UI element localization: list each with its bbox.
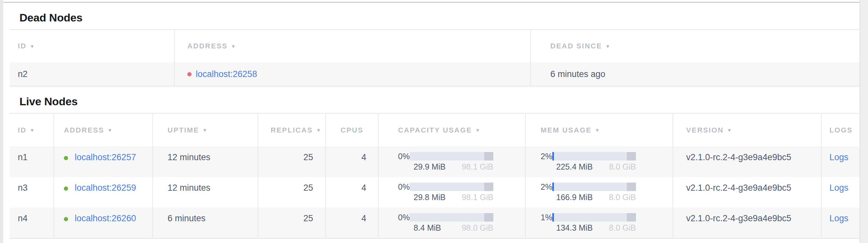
capacity-used-value: 29.9 MiB xyxy=(413,162,446,171)
col-header-logs: LOGS xyxy=(822,114,860,146)
live-status-dot-icon xyxy=(64,187,68,191)
mem-usage-cell: 1% 134.3 MiB 8.0 GiB xyxy=(526,208,673,238)
capacity-total-value: 98.1 GiB xyxy=(462,162,493,171)
capacity-total-value: 98.1 GiB xyxy=(462,193,493,201)
mem-reserved-segment xyxy=(627,213,636,221)
live-node-row: n3 localhost:26259 12 minutes 25 4 0% xyxy=(10,177,860,208)
uptime-cell: 6 minutes xyxy=(153,208,258,238)
capacity-usage-bar xyxy=(410,213,493,221)
capacity-total-value: 98.0 GiB xyxy=(462,223,493,232)
capacity-used-value: 8.4 MiB xyxy=(413,223,441,232)
node-address-cell: localhost:26259 xyxy=(54,177,153,208)
mem-used-segment xyxy=(552,152,554,161)
node-id-cell: n2 xyxy=(10,62,175,86)
col-header-id[interactable]: ID ▼ xyxy=(10,114,54,146)
mem-reserved-segment xyxy=(627,183,636,191)
sort-desc-icon: ▼ xyxy=(107,127,112,133)
node-address-link[interactable]: localhost:26258 xyxy=(196,70,257,79)
logs-link[interactable]: Logs xyxy=(830,213,848,223)
mem-usage-bar xyxy=(552,183,636,191)
capacity-usage-cell: 0% 29.8 MiB 98.1 GiB xyxy=(379,177,526,208)
mem-percent: 2% xyxy=(540,152,552,161)
col-header-address[interactable]: ADDRESS ▼ xyxy=(54,114,153,146)
col-header-mem-usage[interactable]: MEM USAGE ▼ xyxy=(526,114,673,146)
sort-desc-icon: ▼ xyxy=(475,127,480,133)
live-node-row: n1 localhost:26257 12 minutes 25 4 0% xyxy=(10,146,860,177)
mem-usage-bar xyxy=(552,213,636,221)
mem-usage-cell: 2% 225.4 MiB 8.0 GiB xyxy=(526,146,673,177)
cpus-cell: 4 xyxy=(326,177,379,208)
cpus-cell: 4 xyxy=(326,208,379,238)
sort-desc-icon: ▼ xyxy=(316,127,321,133)
cpus-cell: 4 xyxy=(326,146,379,177)
capacity-reserved-segment xyxy=(484,152,493,161)
sort-desc-icon: ▼ xyxy=(727,127,732,133)
mem-used-value: 134.3 MiB xyxy=(556,223,593,232)
capacity-reserved-segment xyxy=(484,213,493,221)
capacity-percent: 0% xyxy=(398,152,410,161)
node-id-cell: n4 xyxy=(10,208,54,238)
logs-cell: Logs xyxy=(822,177,860,208)
dead-nodes-header-row: ID ▼ ADDRESS ▼ DEAD SINCE ▼ xyxy=(10,30,860,62)
capacity-usage-bar xyxy=(410,152,493,161)
sort-desc-icon: ▼ xyxy=(606,44,610,49)
node-id-cell: n3 xyxy=(10,177,54,208)
col-header-replicas[interactable]: REPLICAS ▼ xyxy=(258,114,326,146)
mem-total-value: 8.0 GiB xyxy=(609,223,636,232)
replicas-cell: 25 xyxy=(258,177,326,208)
sort-desc-icon: ▼ xyxy=(203,127,208,133)
node-address-cell: localhost:26258 xyxy=(175,62,531,86)
logs-cell: Logs xyxy=(822,146,860,177)
dead-nodes-title: Dead Nodes xyxy=(10,3,860,30)
dead-status-dot-icon xyxy=(187,72,191,76)
mem-usage-bar xyxy=(552,152,636,161)
replicas-cell: 25 xyxy=(258,146,326,177)
node-address-cell: localhost:26257 xyxy=(54,146,153,177)
version-cell: v2.1.0-rc.2-4-g3e9a4e9bc5 xyxy=(673,208,822,238)
page-left-gutter xyxy=(0,0,3,243)
uptime-cell: 12 minutes xyxy=(153,177,258,208)
node-address-link[interactable]: localhost:26259 xyxy=(75,183,136,193)
mem-usage-cell: 2% 166.9 MiB 8.0 GiB xyxy=(526,177,673,208)
capacity-usage-cell: 0% 8.4 MiB 98.0 GiB xyxy=(379,208,526,238)
logs-link[interactable]: Logs xyxy=(830,183,848,193)
replicas-cell: 25 xyxy=(258,208,326,238)
sort-desc-icon: ▼ xyxy=(30,127,35,133)
col-header-capacity-usage[interactable]: CAPACITY USAGE ▼ xyxy=(379,114,526,146)
dead-col-header-address[interactable]: ADDRESS ▼ xyxy=(175,30,531,62)
mem-percent: 1% xyxy=(540,213,552,222)
version-cell: v2.1.0-rc.2-4-g3e9a4e9bc5 xyxy=(673,177,822,208)
dead-node-row: n2 localhost:26258 6 minutes ago xyxy=(10,62,860,86)
live-node-row: n4 localhost:26260 6 minutes 25 4 0% xyxy=(10,208,860,238)
dead-nodes-table: ID ▼ ADDRESS ▼ DEAD SINCE ▼ n2 localhost… xyxy=(10,30,860,86)
live-nodes-title: Live Nodes xyxy=(10,86,860,114)
node-address-link[interactable]: localhost:26257 xyxy=(75,152,136,162)
mem-used-segment xyxy=(552,213,554,221)
node-id-cell: n1 xyxy=(10,146,54,177)
col-header-uptime[interactable]: UPTIME ▼ xyxy=(153,114,258,146)
sort-desc-icon: ▼ xyxy=(231,44,236,49)
node-address-link[interactable]: localhost:26260 xyxy=(75,213,136,223)
capacity-usage-bar xyxy=(410,183,493,191)
mem-used-value: 166.9 MiB xyxy=(556,193,593,201)
mem-used-value: 225.4 MiB xyxy=(556,162,593,171)
sort-desc-icon: ▼ xyxy=(595,127,600,133)
mem-reserved-segment xyxy=(627,152,636,161)
capacity-percent: 0% xyxy=(398,213,410,222)
uptime-cell: 12 minutes xyxy=(153,146,258,177)
version-cell: v2.1.0-rc.2-4-g3e9a4e9bc5 xyxy=(673,146,822,177)
dead-col-header-dead-since[interactable]: DEAD SINCE ▼ xyxy=(531,30,860,62)
capacity-usage-cell: 0% 29.9 MiB 98.1 GiB xyxy=(379,146,526,177)
logs-link[interactable]: Logs xyxy=(830,152,848,162)
capacity-percent: 0% xyxy=(398,182,410,191)
capacity-used-value: 29.8 MiB xyxy=(413,193,446,201)
logs-cell: Logs xyxy=(822,208,860,238)
col-header-version[interactable]: VERSION ▼ xyxy=(673,114,822,146)
dead-col-header-id[interactable]: ID ▼ xyxy=(10,30,175,62)
col-header-cpus: CPUS xyxy=(326,114,379,146)
mem-used-segment xyxy=(552,183,554,191)
sort-desc-icon: ▼ xyxy=(30,44,35,49)
node-address-cell: localhost:26260 xyxy=(54,208,153,238)
live-nodes-table: ID ▼ ADDRESS ▼ UPTIME ▼ REPLICAS ▼ CPUS xyxy=(10,114,860,239)
live-nodes-header-row: ID ▼ ADDRESS ▼ UPTIME ▼ REPLICAS ▼ CPUS xyxy=(10,114,860,146)
